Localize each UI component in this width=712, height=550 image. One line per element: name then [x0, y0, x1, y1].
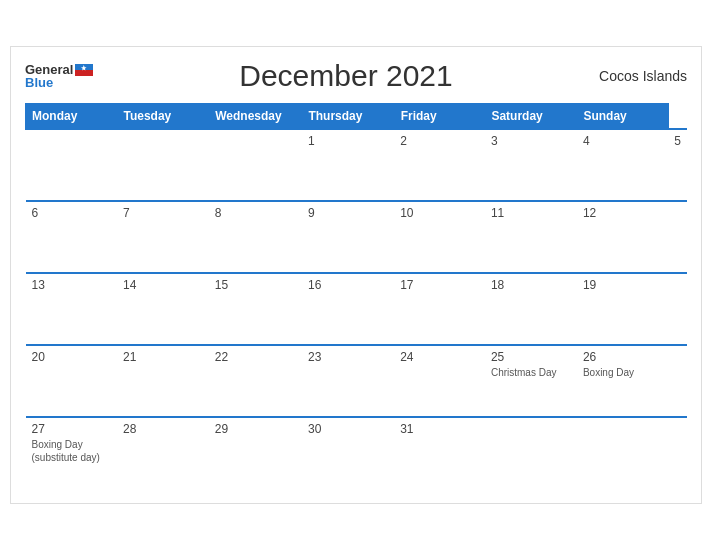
calendar-cell: 26Boxing Day	[577, 345, 668, 417]
calendar-cell: 19	[577, 273, 668, 345]
calendar-table: Monday Tuesday Wednesday Thursday Friday…	[25, 103, 687, 489]
day-number: 24	[400, 350, 479, 364]
col-monday: Monday	[26, 104, 118, 130]
calendar-cell: 17	[394, 273, 485, 345]
calendar-cell: 14	[117, 273, 209, 345]
day-number: 6	[32, 206, 112, 220]
calendar-cell	[26, 129, 118, 201]
col-sunday: Sunday	[577, 104, 668, 130]
day-number: 2	[400, 134, 479, 148]
calendar-week-row-4: 27Boxing Day (substitute day)28293031	[26, 417, 688, 489]
col-thursday: Thursday	[302, 104, 394, 130]
day-number: 3	[491, 134, 571, 148]
calendar-cell: 2	[394, 129, 485, 201]
calendar-header: General Blue December 2021 Cocos Islands	[25, 59, 687, 93]
col-wednesday: Wednesday	[209, 104, 302, 130]
day-number: 31	[400, 422, 479, 436]
calendar-cell: 13	[26, 273, 118, 345]
day-number: 17	[400, 278, 479, 292]
day-number: 22	[215, 350, 296, 364]
day-number: 4	[583, 134, 662, 148]
day-number: 28	[123, 422, 203, 436]
calendar-cell	[209, 129, 302, 201]
calendar-cell: 16	[302, 273, 394, 345]
day-number: 10	[400, 206, 479, 220]
day-number: 14	[123, 278, 203, 292]
day-number: 12	[583, 206, 662, 220]
day-number: 21	[123, 350, 203, 364]
day-number: 23	[308, 350, 388, 364]
calendar-cell: 4	[577, 129, 668, 201]
day-number: 9	[308, 206, 388, 220]
calendar-cell: 8	[209, 201, 302, 273]
day-number: 27	[32, 422, 112, 436]
logo-blue-text: Blue	[25, 76, 53, 89]
calendar-cell	[485, 417, 577, 489]
day-number: 13	[32, 278, 112, 292]
calendar-week-row-1: 6789101112	[26, 201, 688, 273]
col-tuesday: Tuesday	[117, 104, 209, 130]
calendar-cell: 23	[302, 345, 394, 417]
calendar-week-row-2: 13141516171819	[26, 273, 688, 345]
svg-rect-1	[75, 70, 93, 76]
holiday-name: Boxing Day (substitute day)	[32, 438, 112, 464]
day-number: 18	[491, 278, 571, 292]
month-title: December 2021	[105, 59, 587, 93]
calendar-cell: 5	[668, 129, 687, 201]
day-number: 30	[308, 422, 388, 436]
calendar-cell: 10	[394, 201, 485, 273]
day-number: 26	[583, 350, 662, 364]
day-number: 16	[308, 278, 388, 292]
day-number: 7	[123, 206, 203, 220]
day-number: 11	[491, 206, 571, 220]
day-number: 5	[674, 134, 681, 148]
day-number: 19	[583, 278, 662, 292]
calendar-cell: 12	[577, 201, 668, 273]
holiday-name: Christmas Day	[491, 366, 571, 379]
calendar-header-row: Monday Tuesday Wednesday Thursday Friday…	[26, 104, 688, 130]
day-number: 1	[308, 134, 388, 148]
day-number: 8	[215, 206, 296, 220]
calendar-week-row-3: 202122232425Christmas Day26Boxing Day	[26, 345, 688, 417]
calendar-cell: 15	[209, 273, 302, 345]
logo-flag-icon	[75, 64, 93, 76]
day-number: 29	[215, 422, 296, 436]
calendar-cell: 25Christmas Day	[485, 345, 577, 417]
calendar-cell: 1	[302, 129, 394, 201]
calendar-cell: 21	[117, 345, 209, 417]
calendar-cell: 18	[485, 273, 577, 345]
col-saturday: Saturday	[485, 104, 577, 130]
calendar-cell: 11	[485, 201, 577, 273]
calendar-cell	[117, 129, 209, 201]
calendar-container: General Blue December 2021 Cocos Islands…	[10, 46, 702, 504]
country-name: Cocos Islands	[587, 68, 687, 84]
calendar-cell: 20	[26, 345, 118, 417]
calendar-cell: 6	[26, 201, 118, 273]
calendar-cell: 7	[117, 201, 209, 273]
calendar-cell: 28	[117, 417, 209, 489]
col-friday: Friday	[394, 104, 485, 130]
calendar-cell: 27Boxing Day (substitute day)	[26, 417, 118, 489]
calendar-cell: 24	[394, 345, 485, 417]
day-number: 20	[32, 350, 112, 364]
calendar-cell: 29	[209, 417, 302, 489]
calendar-week-row-0: 12345	[26, 129, 688, 201]
calendar-cell: 22	[209, 345, 302, 417]
logo: General Blue	[25, 63, 105, 89]
holiday-name: Boxing Day	[583, 366, 662, 379]
calendar-cell: 3	[485, 129, 577, 201]
calendar-cell: 31	[394, 417, 485, 489]
calendar-cell	[577, 417, 668, 489]
calendar-cell: 30	[302, 417, 394, 489]
day-number: 15	[215, 278, 296, 292]
calendar-cell: 9	[302, 201, 394, 273]
day-number: 25	[491, 350, 571, 364]
